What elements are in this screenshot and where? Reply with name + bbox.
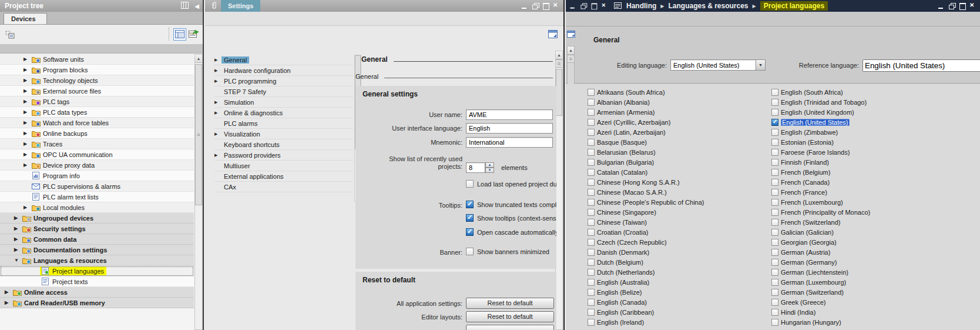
language-checkbox[interactable] [771,229,778,236]
tree-item[interactable]: Program info [0,171,194,181]
open-editor-icon[interactable] [187,28,200,41]
reset-editor-layouts-button[interactable]: Reset to default [466,311,554,322]
tree-item[interactable]: ▼Languages & resources [0,255,194,266]
language-item[interactable]: Chinese (Taiwan) [588,217,704,227]
language-item[interactable]: Croatian (Croatia) [588,227,704,237]
close-icon[interactable] [553,3,560,9]
settings-nav-item[interactable]: ▶Simulation [214,97,353,108]
expand-arrow-icon[interactable]: ▶ [24,141,31,146]
language-checkbox[interactable] [771,289,778,296]
tree-item[interactable]: ▶OPC UA communication [0,149,194,160]
tab-devices[interactable]: Devices [4,13,47,24]
close-icon[interactable] [969,3,976,9]
load-last-checkbox[interactable] [466,180,474,188]
language-checkbox[interactable] [771,109,778,116]
language-item[interactable]: English (Australia) [588,277,704,287]
language-item[interactable]: French (Belgium) [771,167,870,177]
tree-item[interactable]: ▶External source files [0,86,194,96]
language-checkbox[interactable] [771,299,778,306]
tree-item[interactable]: PLC alarm text lists [0,192,194,202]
scrollbar-thumb[interactable] [556,69,562,116]
language-checkbox[interactable] [588,229,595,236]
expand-arrow-icon[interactable]: ▶ [214,111,221,115]
language-item[interactable]: Azeri (Cyrillic, Azerbaijan) [588,117,704,127]
language-item[interactable]: Dutch (Netherlands) [588,267,704,277]
splitter-grip-icon[interactable]: ≡ [568,55,574,63]
language-item[interactable]: English (United Kingdom) [771,107,870,117]
language-item[interactable]: Greek (Greece) [771,297,870,307]
language-checkbox[interactable] [771,119,778,126]
stepper-up-icon[interactable]: ▲ [485,162,494,168]
language-item[interactable]: Chinese (Macao S.A.R.) [588,187,704,197]
language-checkbox[interactable] [588,189,595,196]
expand-arrow-icon[interactable]: ▶ [214,153,221,158]
language-item[interactable]: Catalan (Catalan) [588,167,704,177]
language-checkbox[interactable] [588,169,595,176]
stepper-down-icon[interactable]: ▼ [485,168,494,173]
language-checkbox[interactable] [771,179,778,186]
maximize-icon[interactable] [959,3,966,9]
details-view-icon[interactable] [173,28,186,41]
language-item[interactable]: Armenian (Armenia) [588,107,704,117]
breadcrumb-languages-resources[interactable]: Languages & resources [668,2,748,10]
minimize-icon[interactable] [570,4,576,9]
tree-item[interactable]: ▶PLC tags [0,96,194,107]
tooltip-option-checkbox[interactable] [466,201,474,208]
language-item[interactable]: Estonian (Estonia) [771,137,870,147]
expand-arrow-icon[interactable]: ▶ [214,58,221,62]
tree-item[interactable]: ▶PLC data types [0,107,194,118]
settings-nav-item[interactable]: External applications [214,171,353,182]
tab-settings[interactable]: Settings [221,0,260,12]
language-item[interactable]: Chinese (People's Republic of China) [588,197,704,207]
maximize-icon[interactable] [542,3,549,9]
tree-item[interactable]: ▶Watch and force tables [0,118,194,128]
language-item[interactable]: German (Luxembourg) [771,277,870,287]
language-checkbox[interactable] [588,259,595,266]
language-item[interactable]: French (Switzerland) [771,217,870,227]
expand-arrow-icon[interactable]: ▶ [24,131,31,136]
tooltip-option-checkbox[interactable] [466,228,474,236]
language-item[interactable]: English (United States) [771,117,870,127]
language-item[interactable]: Georgian (Georgia) [771,237,870,247]
settings-nav-item[interactable]: CAx [214,182,353,192]
language-checkbox[interactable] [771,169,778,176]
language-checkbox[interactable] [771,279,778,286]
language-checkbox[interactable] [588,129,595,136]
language-checkbox[interactable] [588,319,595,326]
language-checkbox[interactable] [588,249,595,256]
language-item[interactable]: Belarusian (Belarus) [588,147,704,157]
language-checkbox[interactable] [588,199,595,206]
language-checkbox[interactable] [771,259,778,266]
language-checkbox[interactable] [588,179,595,186]
tree-item[interactable]: ▶Security settings [0,224,194,234]
tree-item[interactable]: Project languages [0,266,194,276]
language-checkbox[interactable] [588,139,595,146]
settings-nav-item[interactable]: ▶Password providers [214,150,353,161]
maximize-icon[interactable] [591,4,598,9]
reset-all-settings-button[interactable]: Reset to default [466,298,554,309]
expand-arrow-icon[interactable]: ▶ [14,226,21,231]
mnemonic-input[interactable] [466,137,553,148]
user-name-input[interactable] [466,109,553,120]
expand-arrow-icon[interactable]: ▼ [14,258,21,263]
language-item[interactable]: Galician (Galician) [771,227,870,237]
project-tree-scrollbar[interactable]: ▲ ≡ [194,54,203,330]
language-checkbox[interactable] [588,119,595,126]
language-item[interactable]: English (Canada) [588,297,704,307]
tooltip-option-checkbox[interactable] [466,214,474,222]
expand-arrow-icon[interactable]: ▶ [24,205,31,210]
expand-arrow-icon[interactable]: ▶ [14,247,21,252]
language-checkbox[interactable] [588,159,595,166]
breadcrumb-project-languages[interactable]: Project languages [760,1,828,11]
expand-arrow-icon[interactable]: ▶ [24,152,31,157]
tree-item[interactable]: PLC supervisions & alarms [0,181,194,192]
language-checkbox[interactable] [771,129,778,136]
language-checkbox[interactable] [588,149,595,156]
language-item[interactable]: Danish (Denmark) [588,247,704,257]
language-item[interactable]: Azeri (Latin, Azerbaijan) [588,127,704,137]
language-item[interactable]: Faroese (Faroe Islands) [771,147,870,157]
language-item[interactable]: English (Ireland) [588,317,704,327]
banner-checkbox[interactable] [466,248,474,255]
language-checkbox[interactable] [771,239,778,246]
splitter-grip-icon[interactable]: ≡ [556,59,562,68]
